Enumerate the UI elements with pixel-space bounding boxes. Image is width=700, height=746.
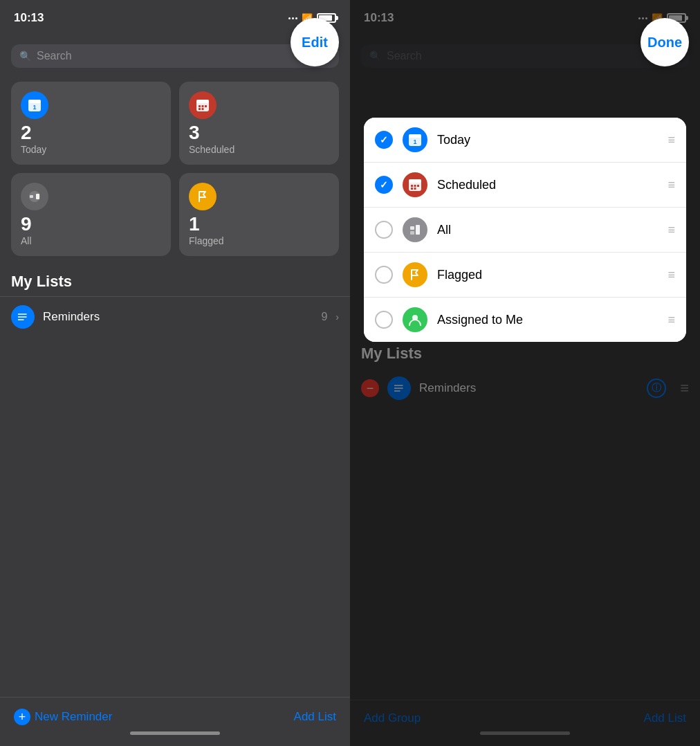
svg-rect-11: [30, 195, 33, 198]
left-reminders-row[interactable]: Reminders 9 ›: [0, 296, 350, 337]
flagged-count: 1: [189, 215, 200, 234]
done-button[interactable]: Done: [641, 18, 689, 66]
left-bottom-bar: + New Reminder Add List: [0, 697, 350, 746]
svg-rect-27: [411, 188, 413, 190]
add-list-button[interactable]: Add List: [294, 710, 336, 724]
reminders-list-name: Reminders: [43, 310, 313, 324]
popup-all-icon: [403, 217, 427, 242]
left-home-indicator: [130, 731, 220, 735]
popup-scheduled-label: Scheduled: [437, 178, 658, 192]
svg-text:1: 1: [413, 138, 416, 145]
svg-rect-5: [199, 105, 201, 107]
today-count: 2: [21, 123, 32, 143]
left-search-placeholder: Search: [37, 50, 72, 62]
popup-item-all[interactable]: All ≡: [364, 207, 686, 252]
svg-rect-24: [411, 185, 413, 187]
popup-item-scheduled[interactable]: Scheduled ≡: [364, 162, 686, 207]
popup-assigned-icon: [403, 307, 427, 332]
all-checkbox[interactable]: [375, 221, 393, 239]
right-panel: 10:13 📶 Done 🔍 Search ⚙️: [350, 0, 700, 746]
flagged-label: Flagged: [189, 235, 224, 246]
scheduled-icon: [189, 91, 217, 119]
popup-scheduled-icon: [403, 172, 427, 197]
svg-rect-29: [410, 226, 414, 230]
scheduled-count: 3: [189, 123, 200, 143]
reminders-list-icon: [11, 305, 35, 329]
scheduled-checkbox[interactable]: [375, 176, 393, 194]
all-drag-handle[interactable]: ≡: [667, 223, 675, 237]
smart-list-all[interactable]: 9 All: [11, 173, 171, 256]
popup-flagged-label: Flagged: [437, 268, 658, 282]
left-my-lists-title: My Lists: [0, 267, 350, 296]
popup-flagged-icon: [403, 262, 427, 287]
flagged-icon: [189, 183, 217, 210]
signal-icon: [288, 17, 297, 19]
popup-item-assigned[interactable]: Assigned to Me ≡: [364, 297, 686, 342]
svg-text:1: 1: [33, 104, 36, 111]
scheduled-label: Scheduled: [189, 144, 234, 155]
popup-item-flagged[interactable]: Flagged ≡: [364, 252, 686, 297]
svg-point-17: [18, 316, 19, 318]
edit-button[interactable]: Edit: [291, 18, 339, 66]
svg-rect-31: [410, 231, 414, 235]
scheduled-drag-handle[interactable]: ≡: [667, 178, 675, 192]
today-checkbox[interactable]: [375, 131, 393, 149]
svg-point-18: [18, 319, 19, 320]
today-label: Today: [21, 144, 46, 155]
svg-rect-30: [416, 225, 420, 235]
popup-assigned-label: Assigned to Me: [437, 313, 658, 327]
left-panel: 10:13 📶 Edit 🔍 Search 🎤 1: [0, 0, 350, 746]
chevron-right-icon: ›: [335, 311, 339, 322]
svg-rect-23: [409, 179, 421, 183]
left-search-bar[interactable]: 🔍 Search 🎤: [11, 44, 339, 68]
svg-rect-4: [196, 100, 209, 103]
svg-rect-6: [202, 105, 204, 107]
svg-rect-25: [414, 185, 416, 187]
svg-rect-1: [28, 100, 41, 103]
svg-rect-28: [414, 188, 416, 190]
assigned-drag-handle[interactable]: ≡: [667, 313, 675, 327]
popup-all-label: All: [437, 223, 658, 237]
svg-point-16: [18, 313, 19, 315]
popup-today-icon: 1: [403, 127, 427, 152]
all-label: All: [21, 235, 32, 246]
svg-rect-20: [409, 134, 421, 138]
left-time: 10:13: [14, 11, 44, 25]
smart-list-scheduled[interactable]: 3 Scheduled: [179, 82, 339, 165]
modal-overlay[interactable]: [350, 0, 700, 746]
assigned-checkbox[interactable]: [375, 311, 393, 329]
flagged-drag-handle[interactable]: ≡: [667, 268, 675, 282]
all-icon: [21, 183, 48, 210]
smart-list-today[interactable]: 1 2 Today: [11, 82, 171, 165]
today-icon: 1: [21, 91, 48, 119]
search-icon: 🔍: [19, 51, 31, 62]
reminders-list-count: 9: [321, 311, 327, 323]
svg-rect-26: [417, 185, 419, 187]
svg-rect-8: [199, 108, 201, 110]
popup-card: 1 Today ≡ Scheduled ≡: [364, 118, 686, 342]
today-drag-handle[interactable]: ≡: [667, 133, 675, 147]
popup-today-label: Today: [437, 133, 658, 147]
smart-list-flagged[interactable]: 1 Flagged: [179, 173, 339, 256]
svg-rect-7: [205, 105, 207, 107]
plus-circle-icon: +: [14, 709, 30, 725]
left-header: Edit: [0, 30, 350, 39]
popup-item-today[interactable]: 1 Today ≡: [364, 118, 686, 162]
flagged-checkbox[interactable]: [375, 266, 393, 284]
new-reminder-button[interactable]: + New Reminder: [14, 709, 112, 725]
svg-rect-12: [36, 194, 39, 199]
all-count: 9: [21, 215, 32, 234]
smart-lists-grid: 1 2 Today 3 Scheduled: [0, 76, 350, 262]
svg-rect-9: [202, 108, 204, 110]
